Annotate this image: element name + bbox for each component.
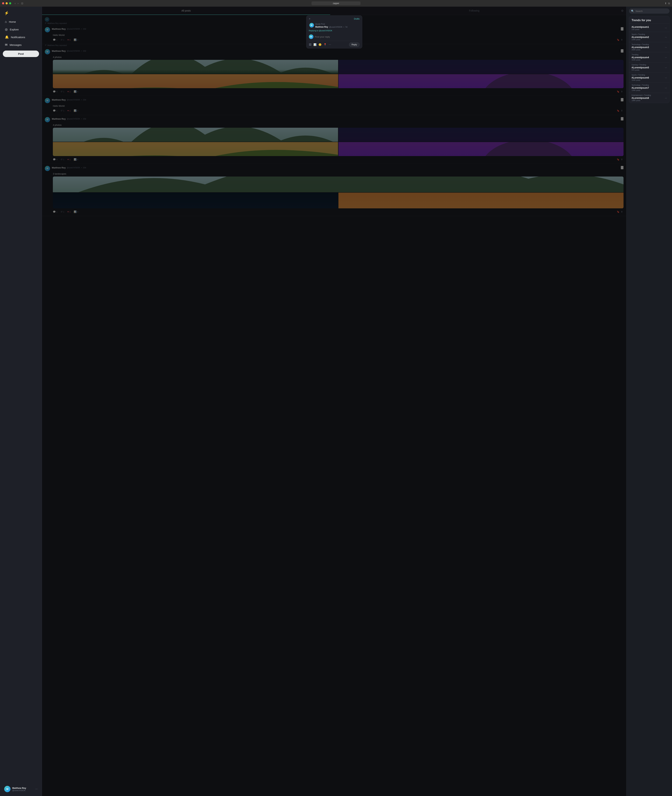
more-options-button[interactable]: ⋯ bbox=[329, 43, 331, 46]
sidebar-user-name: Matthew Rey bbox=[12, 787, 34, 790]
user-more-button[interactable]: ··· bbox=[35, 787, 38, 791]
new-tab-button[interactable]: ⧉ bbox=[668, 2, 670, 5]
trend-more-5[interactable]: ··· bbox=[665, 66, 667, 69]
reply-avatar: M bbox=[309, 34, 314, 39]
quoted-user-name: Matthew Rey bbox=[315, 26, 328, 28]
quoted-user-handle: @uowUVISIOK bbox=[329, 26, 342, 28]
trend-item-8[interactable]: Entertainment • Trending #LoremIpsum8 19… bbox=[629, 93, 669, 103]
trend-posts-2: 234K posts bbox=[632, 39, 667, 41]
trend-item-3[interactable]: Technology • Trending #LoremIpsum3 200K … bbox=[629, 42, 669, 52]
modal-drafts-button[interactable]: Drafts bbox=[354, 18, 360, 20]
trend-more-7[interactable]: ··· bbox=[665, 86, 667, 89]
modal-close-button[interactable]: × bbox=[309, 17, 310, 21]
traffic-light-yellow[interactable] bbox=[6, 2, 8, 4]
quoted-time: 7d bbox=[345, 26, 347, 28]
post-button[interactable]: Post bbox=[3, 51, 39, 57]
trend-more-2[interactable]: ··· bbox=[665, 36, 667, 38]
trend-posts-6: 104K posts bbox=[632, 79, 667, 81]
trend-item-6[interactable]: Sports • Trending #LoremIpsum6 104K post… bbox=[629, 73, 669, 83]
trend-more-6[interactable]: ··· bbox=[665, 76, 667, 79]
right-sidebar: 🔍 Trends for you #LoremIpsum1 21K posts … bbox=[627, 6, 672, 796]
trend-item-4[interactable]: Trending #LoremIpsum4 154K posts ··· bbox=[629, 52, 669, 62]
user-info: Matthew Rey @uowUVISIOK bbox=[12, 787, 34, 791]
reply-input[interactable] bbox=[315, 35, 360, 38]
trend-item-2[interactable]: Sports • Trending #LoremIpsum2 234K post… bbox=[629, 32, 669, 42]
trend-posts-4: 154K posts bbox=[632, 59, 667, 61]
sidebar-nav: ⌂ Home ◎ Explore 🔔 Notifications ✉ Messa… bbox=[3, 18, 39, 48]
trend-item-1[interactable]: #LoremIpsum1 21K posts ··· bbox=[629, 24, 669, 32]
trend-more-3[interactable]: ··· bbox=[665, 46, 667, 49]
quoted-post: M Quote Post Matthew Rey @uowUVISIOK • 7… bbox=[306, 21, 362, 30]
trend-more-1[interactable]: ··· bbox=[665, 26, 667, 29]
reply-submit-button[interactable]: Reply bbox=[349, 42, 360, 47]
trend-tag-5: #LoremIpsum5 bbox=[632, 66, 667, 69]
quote-label: Quote Post bbox=[315, 23, 360, 25]
trend-item-5[interactable]: Gaming • Trending #LoremIpsum5 97K posts… bbox=[629, 62, 669, 73]
trend-category-3: Technology • Trending bbox=[632, 43, 667, 45]
quoted-avatar: M bbox=[309, 23, 314, 27]
sidebar: ⚡ ⌂ Home ◎ Explore 🔔 Notifications ✉ Mes… bbox=[0, 6, 42, 796]
trend-item-7[interactable]: Technology • Trending #LoremIpsum7 134K … bbox=[629, 83, 669, 93]
search-bar[interactable]: 🔍 bbox=[629, 8, 670, 14]
trend-more-8[interactable]: ··· bbox=[665, 97, 667, 99]
trend-tag-1: #LoremIpsum1 bbox=[632, 26, 667, 28]
quoted-post-content: Quote Post Matthew Rey @uowUVISIOK • 7d bbox=[315, 23, 360, 28]
trend-posts-5: 97K posts bbox=[632, 69, 667, 71]
modal-header: × Drafts bbox=[306, 16, 362, 21]
share-button[interactable]: ⬆ bbox=[665, 2, 667, 5]
nav-forward-button[interactable]: › bbox=[17, 2, 19, 5]
sidebar-user-handle: @uowUVISIOK bbox=[12, 790, 34, 791]
trend-more-4[interactable]: ··· bbox=[665, 56, 667, 59]
nav-back-button[interactable]: ‹ bbox=[14, 2, 16, 5]
quoted-user: Matthew Rey @uowUVISIOK • 7d bbox=[315, 26, 360, 28]
trend-category-4: Trending bbox=[632, 54, 667, 56]
attach-gif-button[interactable]: 📊 bbox=[314, 43, 317, 46]
emoji-button[interactable]: 😊 bbox=[318, 43, 322, 46]
reply-input-area: M bbox=[306, 33, 362, 41]
sidebar-label-messages: Messages bbox=[10, 43, 22, 46]
bell-icon: 🔔 bbox=[5, 35, 9, 39]
sidebar-item-messages[interactable]: ✉ Messages bbox=[3, 41, 39, 48]
reply-modal: × Drafts M Quote Post Matthew Rey @uowUV… bbox=[306, 15, 362, 48]
search-icon: 🔍 bbox=[631, 10, 634, 13]
trend-posts-3: 200K posts bbox=[632, 49, 667, 51]
search-input[interactable] bbox=[635, 10, 667, 13]
traffic-light-red[interactable] bbox=[2, 2, 4, 4]
sidebar-item-explore[interactable]: ◎ Explore bbox=[3, 26, 39, 33]
quoted-dot: • bbox=[344, 26, 344, 28]
sidebar-label-notifications: Notifications bbox=[11, 36, 25, 39]
mail-icon: ✉ bbox=[5, 43, 8, 47]
trend-posts-1: 21K posts bbox=[632, 29, 667, 30]
trend-posts-8: 198K posts bbox=[632, 99, 667, 101]
trends-card: Trends for you #LoremIpsum1 21K posts ··… bbox=[629, 16, 670, 103]
user-avatar: M bbox=[4, 786, 11, 792]
home-icon: ⌂ bbox=[5, 20, 7, 24]
trend-category-2: Sports • Trending bbox=[632, 34, 667, 35]
sidebar-item-notifications[interactable]: 🔔 Notifications bbox=[3, 34, 39, 41]
sidebar-item-home[interactable]: ⌂ Home bbox=[3, 18, 39, 26]
location-button[interactable]: 📍 bbox=[323, 43, 326, 46]
trend-category-6: Sports • Trending bbox=[632, 74, 667, 76]
trend-category-8: Entertainment • Trending bbox=[632, 94, 667, 96]
window-chrome: ‹ › ⊡ zapper ⬆ ⧉ bbox=[0, 0, 672, 6]
sidebar-user[interactable]: M Matthew Rey @uowUVISIOK ··· bbox=[3, 784, 39, 794]
attach-image-button[interactable]: 🖼 bbox=[309, 43, 311, 46]
feed-container: All posts Following ⚙ M × Drafts M Quote… bbox=[42, 6, 627, 796]
trend-tag-6: #LoremIpsum6 bbox=[632, 76, 667, 79]
trend-tag-4: #LoremIpsum4 bbox=[632, 56, 667, 59]
trend-tag-3: #LoremIpsum3 bbox=[632, 46, 667, 49]
reply-modal-overlay: × Drafts M Quote Post Matthew Rey @uowUV… bbox=[42, 6, 626, 796]
explore-icon: ◎ bbox=[5, 27, 8, 31]
trend-tag-8: #LoremIpsum8 bbox=[632, 97, 667, 99]
sidebar-toggle-button[interactable]: ⊡ bbox=[21, 2, 23, 5]
traffic-light-green[interactable] bbox=[9, 2, 11, 4]
trend-tag-7: #LoremIpsum7 bbox=[632, 86, 667, 89]
app-container: ⚡ ⌂ Home ◎ Explore 🔔 Notifications ✉ Mes… bbox=[0, 6, 672, 796]
url-bar: zapper bbox=[312, 2, 360, 5]
trend-tag-2: #LoremIpsum2 bbox=[632, 36, 667, 38]
app-logo: ⚡ bbox=[3, 9, 39, 18]
modal-toolbar: 🖼 📊 😊 📍 ⋯ Reply bbox=[306, 41, 362, 48]
sidebar-label-home: Home bbox=[9, 20, 16, 23]
trend-posts-7: 134K posts bbox=[632, 90, 667, 91]
sidebar-label-explore: Explore bbox=[10, 28, 19, 31]
